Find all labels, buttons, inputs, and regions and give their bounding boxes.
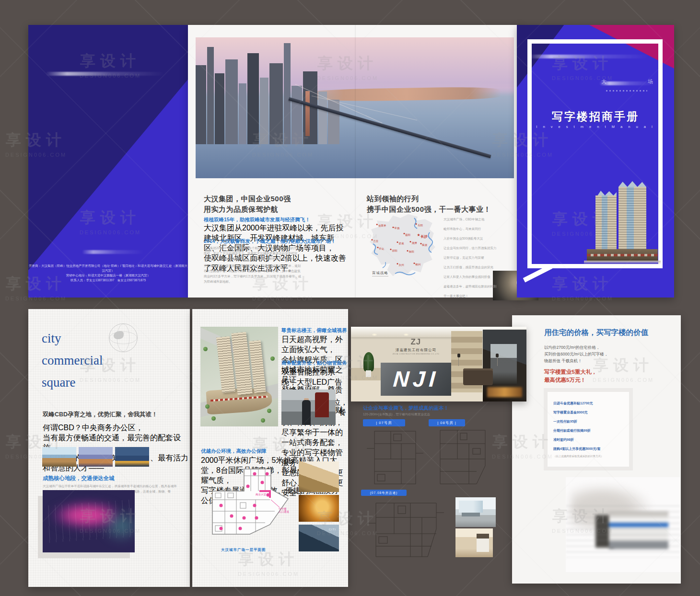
benefit-line: 大汉城市广场，CBD中轴之地 — [443, 217, 511, 222]
zj-logo: ZJ — [390, 337, 443, 347]
annotation-text: 入口通道 — [279, 510, 289, 513]
building-silhouette — [284, 43, 291, 145]
heading-line: 站到领袖的行列 — [367, 194, 491, 204]
footer-line: 开发商：大汉集团（双峰）恒业房地产开发有限公司（地址·双峰）/ 项目地址：和谐大… — [28, 264, 188, 273]
motion-streaks — [566, 505, 680, 558]
map-city-label: 郴州 — [415, 263, 420, 266]
city-photo-day — [42, 447, 76, 467]
tree — [203, 347, 208, 351]
building-silhouette — [207, 47, 214, 144]
benefit-line: 趁着通达多年，趁势城就在眼前的时刻 — [443, 284, 511, 289]
map-city-marker: 益阳 — [403, 229, 410, 238]
blurred-truck-image — [566, 477, 680, 572]
interior-photos-column: CITI — [299, 461, 339, 554]
dot-icon — [420, 243, 421, 244]
building-silhouette — [260, 78, 268, 145]
pantry-interior-photo — [455, 528, 493, 557]
paragraph-project-2: 大汉城市广场总建筑面积约5万多平方米，总投资约6万多平方米，规划有大型购物中心、… — [204, 263, 303, 284]
pricing-paragraph: 以均价2700元/m²的住宅价格，买到价值6000元/m²以上的写字楼，物超所值… — [544, 344, 608, 364]
dot-icon — [407, 250, 408, 252]
rooms-subheading: 120-280m²(全市甄选)，写字楼均价特惠置业优选 — [363, 413, 430, 417]
landmark-heading: 尊贵标志楼王，俯瞰全城视界 — [281, 327, 347, 334]
mall-interior-photo — [299, 461, 339, 492]
offer-item: 日进斗金优惠补贴12700元 — [553, 399, 623, 408]
desk-letters: NJI — [392, 366, 440, 392]
offer-item: 一次性付款95折 — [553, 417, 623, 426]
offer-note: （以上优惠内容采取先减后折的计算方式） — [553, 455, 623, 458]
benefit-line: 让员工们骄傲，感受百强企业的荣光 — [443, 264, 511, 270]
map-city-marker: 郴州 — [413, 259, 420, 267]
tree — [211, 416, 216, 421]
map-city-markers: 张家界吉首常德益阳岳阳★长沙湘潭株洲娄底邵阳怀化衡阳永州郴州 — [368, 214, 441, 277]
map-city-label: 衡阳 — [409, 250, 414, 253]
benefit-line: 让财华绽放，见证实力与荣耀 — [443, 255, 511, 260]
floorplan-room08 — [434, 427, 491, 486]
offer-item: 分期付款或银行按揭99折 — [553, 426, 623, 435]
tree — [261, 418, 265, 423]
footer-line: 营销中心地址：和谐大道中汉旗舰店一楼（原湖南大汉汽贸） — [28, 273, 188, 278]
office-env-heading: 优越办公环境，高效办公保障 — [201, 448, 267, 455]
room08-label: | 08号房 | — [429, 419, 465, 426]
company-wall-sign: ZJ 泽嘉建筑工程有限公司 ZEJIA CONSTRUCTION ENGINEE… — [390, 337, 443, 355]
reception-desk: NJI — [381, 363, 451, 396]
bank-building-photo: CITI — [299, 525, 339, 551]
benefit-line: 入驻中国企业500强航母大汉 — [443, 236, 511, 241]
dot-icon — [410, 241, 411, 242]
back-cover-navy-triangle — [28, 25, 188, 298]
map-caption: 百城战略 — [372, 271, 388, 276]
subheading-15years: 根植双峰15年，助推双峰城市发展与经济腾飞！ — [204, 217, 310, 223]
floorplan-connected — [364, 498, 446, 560]
benefit-line: 让家人和爱人为你的事业感到骄傲 — [443, 274, 511, 279]
building-podium — [587, 249, 658, 262]
heading-line: 携手中国企业500强，干一番大事业！ — [367, 204, 491, 215]
footer-line: 联系人员：李女士13873811397 金女士15873871875 — [28, 278, 188, 283]
office-glass-section — [483, 330, 527, 401]
paragraph-project-1: 大汉集团20年22个城市，打造60余个精品项目，超过1亿平方米的开发面积，见证了… — [204, 245, 303, 261]
floor-lamp — [456, 354, 461, 366]
back-cover-panel: 开发商：大汉集团（双峰）恒业房地产开发有限公司（地址·双峰）/ 项目地址：和谐大… — [28, 25, 188, 298]
map-city-label: 吉首 — [373, 240, 378, 242]
floorplan-room07 — [366, 429, 424, 486]
map-city-label: 长沙 — [421, 235, 428, 238]
building-silhouette — [215, 73, 224, 144]
map-city-marker: 怀化 — [377, 243, 384, 252]
map-city-marker: 株洲 — [420, 239, 427, 248]
leader-benefit-list: 大汉城市广场，CBD中轴之地毗邻市政中心，与未来同行入驻中国企业500强航母大汉… — [443, 217, 511, 303]
rooms-connected-label: (07.08号房连通) — [361, 490, 407, 496]
cover-building-render — [587, 182, 658, 265]
map-city-label: 常德 — [394, 227, 399, 229]
map-city-label: 岳阳 — [418, 224, 423, 227]
front-cover-panel: 大 场 写字楼招商手册 I n v e s t m e n t M a n u … — [517, 25, 674, 298]
building-silhouette — [225, 59, 238, 145]
brochure-mockup-canvas: 开发商：大汉集团（双峰）恒业房地产开发有限公司（地址·双峰）/ 项目地址：和谐大… — [0, 0, 700, 596]
map-city-label: 益阳 — [405, 233, 410, 236]
map-city-label: 永州 — [398, 264, 404, 266]
heading-line: 大汉集团，中国企业500强 — [204, 194, 291, 204]
cbd-heading: 双峰CBD孕育之地，优势汇聚，舍我其谁！ — [43, 411, 158, 419]
office-interior-photo — [455, 497, 496, 527]
company-name-en: ZEJIA CONSTRUCTION ENGINEERING CO.,LTD — [390, 353, 443, 355]
benefit-line: 毗邻市政中心，与未来同行 — [443, 226, 511, 231]
floor-lamp — [495, 354, 500, 366]
paragraph-line: 何谓CBD？中央商务办公区， — [43, 423, 190, 433]
company-name: 泽嘉建筑工程有限公司 — [390, 348, 443, 353]
tower-roof — [618, 181, 646, 187]
rooms-heading: 让企业与事业腾飞，梦想成真的蓝本！ — [363, 405, 449, 412]
dot-icon — [403, 233, 405, 234]
plan-annotation-lobby: 商业大堂 — [256, 493, 266, 496]
offer-list: 日进斗金优惠补贴12700元写字楼置业基金8000元一次性付款95折分期付款或银… — [553, 399, 623, 453]
bank-sign-label: CITI — [329, 528, 336, 531]
promo-line: 写字楼置业5重大礼， — [544, 368, 597, 376]
floorplan-drawing — [198, 461, 296, 547]
promo-line: 最高优惠5万元！ — [544, 376, 597, 384]
tower-left — [595, 195, 617, 251]
dot-icon — [392, 227, 394, 228]
map-city-label: 张家界 — [378, 224, 386, 227]
title-line: city — [42, 327, 103, 349]
plan-annotation: 写字楼 入口通道 — [279, 507, 289, 513]
city-commercial-square-title: citycommercialsquare — [42, 327, 103, 393]
offer-item: 准时签约98折 — [553, 435, 623, 444]
room07-label: | 07号房 — [363, 419, 405, 426]
location-heading: 成熟核心地段，交通便达全城 — [43, 475, 115, 482]
building-silhouette — [239, 83, 246, 144]
